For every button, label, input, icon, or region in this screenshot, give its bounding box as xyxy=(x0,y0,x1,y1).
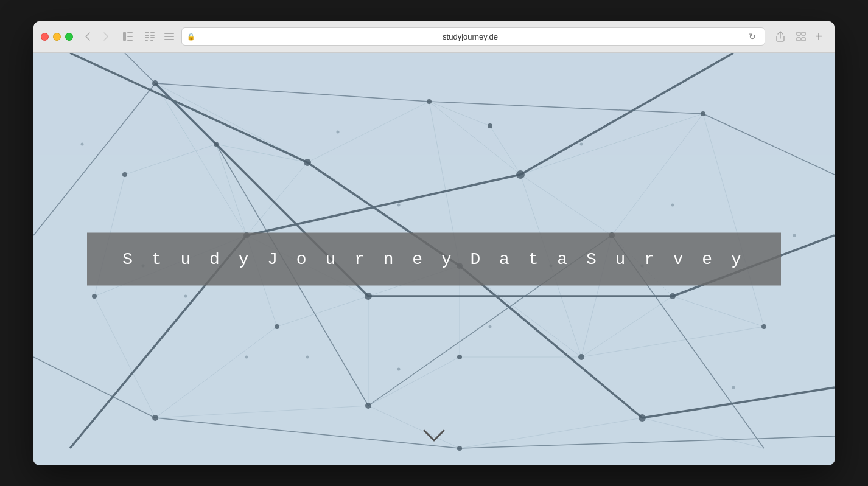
svg-point-91 xyxy=(365,403,371,409)
svg-point-92 xyxy=(457,446,462,451)
fullscreen-button[interactable] xyxy=(792,28,810,45)
svg-point-113 xyxy=(793,234,796,237)
svg-point-87 xyxy=(578,354,584,360)
svg-point-93 xyxy=(639,414,646,422)
url-text: studyjourney.de xyxy=(198,32,742,41)
webpage-content: S t u d y J o u r n e y D a t a S u r v … xyxy=(33,53,835,465)
svg-point-110 xyxy=(397,367,401,370)
svg-point-102 xyxy=(397,203,401,206)
svg-rect-3 xyxy=(127,40,133,41)
svg-rect-6 xyxy=(145,37,149,38)
svg-point-94 xyxy=(214,142,219,147)
svg-rect-18 xyxy=(802,38,805,41)
svg-rect-0 xyxy=(123,32,126,41)
svg-rect-12 xyxy=(164,33,174,34)
svg-rect-7 xyxy=(145,40,148,41)
svg-point-109 xyxy=(580,142,583,145)
svg-point-103 xyxy=(489,325,492,328)
svg-rect-10 xyxy=(150,37,155,38)
svg-rect-5 xyxy=(145,35,149,36)
minimize-button[interactable] xyxy=(53,33,61,41)
svg-point-79 xyxy=(152,80,158,86)
svg-rect-2 xyxy=(127,36,133,37)
browser-window: 🔒 studyjourney.de ↻ + xyxy=(33,21,835,465)
traffic-lights xyxy=(41,33,73,41)
svg-point-111 xyxy=(245,355,248,358)
svg-rect-14 xyxy=(164,39,174,40)
svg-point-98 xyxy=(670,293,676,299)
svg-point-80 xyxy=(304,159,311,166)
svg-rect-13 xyxy=(164,36,174,37)
svg-point-99 xyxy=(457,355,462,359)
svg-point-101 xyxy=(337,130,340,133)
svg-point-96 xyxy=(488,123,492,128)
reload-button[interactable]: ↻ xyxy=(745,29,760,44)
share-button[interactable] xyxy=(771,28,789,45)
reading-mode-button[interactable] xyxy=(141,28,158,45)
svg-point-90 xyxy=(152,415,158,421)
hamburger-button[interactable] xyxy=(161,28,178,45)
title-bar: 🔒 studyjourney.de ↻ + xyxy=(33,21,835,53)
svg-point-89 xyxy=(92,294,97,299)
svg-point-106 xyxy=(184,294,187,297)
svg-point-100 xyxy=(275,324,279,329)
scroll-indicator[interactable] xyxy=(422,428,446,447)
svg-rect-1 xyxy=(127,32,133,33)
svg-point-82 xyxy=(516,170,525,179)
svg-point-108 xyxy=(732,386,735,389)
maximize-button[interactable] xyxy=(65,33,73,41)
new-tab-button[interactable]: + xyxy=(810,28,827,45)
svg-point-83 xyxy=(701,111,705,116)
lock-icon: 🔒 xyxy=(187,33,195,41)
svg-point-81 xyxy=(427,99,432,104)
hero-banner: S t u d y J o u r n e y D a t a S u r v … xyxy=(87,232,781,285)
svg-point-114 xyxy=(81,142,84,145)
svg-point-88 xyxy=(761,324,766,329)
svg-rect-15 xyxy=(797,32,800,35)
svg-rect-4 xyxy=(145,32,149,33)
forward-button[interactable] xyxy=(97,28,114,45)
svg-point-95 xyxy=(122,172,127,177)
svg-point-85 xyxy=(365,293,372,300)
nav-buttons xyxy=(79,28,114,45)
sidebar-toggle-button[interactable] xyxy=(119,28,136,45)
svg-rect-11 xyxy=(150,40,153,41)
back-button[interactable] xyxy=(79,28,96,45)
hero-background: S t u d y J o u r n e y D a t a S u r v … xyxy=(33,53,835,465)
close-button[interactable] xyxy=(41,33,49,41)
svg-rect-9 xyxy=(150,35,155,36)
toolbar-right xyxy=(771,28,810,45)
svg-point-105 xyxy=(671,203,674,206)
svg-rect-17 xyxy=(797,38,800,41)
address-bar[interactable]: 🔒 studyjourney.de ↻ xyxy=(181,27,765,46)
svg-point-107 xyxy=(306,355,309,358)
svg-rect-16 xyxy=(802,32,805,35)
svg-rect-8 xyxy=(150,32,155,33)
hero-title: S t u d y J o u r n e y D a t a S u r v … xyxy=(122,249,746,268)
